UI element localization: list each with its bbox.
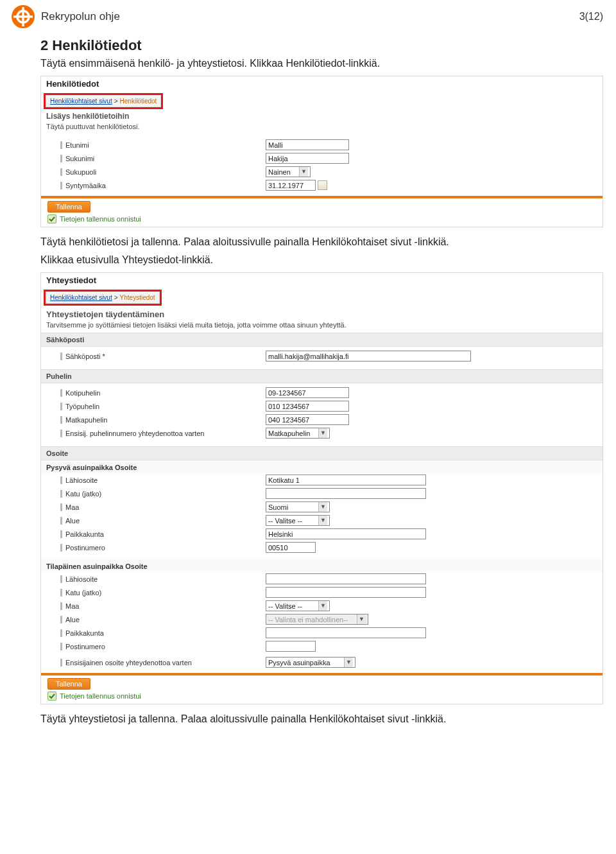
doc-title: Rekrypolun ohje xyxy=(41,10,579,23)
label-street: Lähiosoite xyxy=(65,476,98,484)
chevron-down-icon: ▼ xyxy=(299,167,308,177)
input-dob[interactable] xyxy=(266,180,316,191)
save-status: Tietojen tallennus onnistui xyxy=(60,692,141,700)
label-t-street: Lähiosoite xyxy=(65,575,98,583)
input-work-phone[interactable] xyxy=(266,401,349,412)
label-t-street2: Katu (jatko) xyxy=(65,589,101,597)
label-lastname: Sukunimi xyxy=(65,155,94,162)
chevron-down-icon: ▼ xyxy=(318,502,327,512)
chevron-down-icon: ▼ xyxy=(357,614,366,624)
ss2-title: Yhteystiedot xyxy=(41,273,603,287)
section-address: Osoite xyxy=(41,446,603,460)
input-home-phone[interactable] xyxy=(266,387,349,398)
label-t-region: Alue xyxy=(65,616,80,623)
label-primary-address: Ensisijainen osoite yhteydenottoa varten xyxy=(65,659,192,667)
input-email[interactable] xyxy=(266,351,471,362)
save-button[interactable]: Tallenna xyxy=(47,678,90,690)
select-region[interactable]: -- Valitse -- ▼ xyxy=(266,515,330,526)
label-country: Maa xyxy=(65,503,79,511)
select-gender[interactable]: Nainen ▼ xyxy=(266,166,311,177)
input-t-postal[interactable] xyxy=(266,641,316,652)
chevron-down-icon: ▼ xyxy=(318,516,327,525)
label-home-phone: Kotipuhelin xyxy=(65,389,100,397)
chevron-down-icon: ▼ xyxy=(318,601,327,611)
label-t-postal: Postinumero xyxy=(65,643,105,650)
breadcrumb: Henkilökohtaiset sivut>Yhteystiedot xyxy=(46,292,160,304)
label-mobile-phone: Matkapuhelin xyxy=(65,416,107,424)
svg-rect-3 xyxy=(13,15,33,17)
highlight-box: Henkilökohtaiset sivut>Henkilötiedot xyxy=(44,93,163,109)
label-t-city: Paikkakunta xyxy=(65,629,104,637)
save-button[interactable]: Tallenna xyxy=(47,201,90,213)
label-primary-phone: Ensisij. puhelinnumero yhteydenottoa var… xyxy=(65,430,204,437)
screenshot-yhteystiedot: Yhteystiedot Henkilökohtaiset sivut>Yhte… xyxy=(40,272,603,704)
ss1-title: Henkilötiedot xyxy=(41,76,603,91)
section-email: Sähköposti xyxy=(41,333,603,347)
chevron-down-icon: ▼ xyxy=(318,428,327,438)
label-region: Alue xyxy=(65,517,80,525)
breadcrumb-link[interactable]: Henkilökohtaiset sivut xyxy=(50,98,112,105)
breadcrumb-current: Yhteystiedot xyxy=(120,294,155,301)
highlight-box: Henkilökohtaiset sivut>Yhteystiedot xyxy=(44,290,162,306)
input-street2[interactable] xyxy=(266,488,426,499)
body-p2: Täytä henkilötietosi ja tallenna. Palaa … xyxy=(40,236,603,248)
label-postal: Postinumero xyxy=(65,544,105,552)
section-phone: Puhelin xyxy=(41,369,603,383)
breadcrumb: Henkilökohtaiset sivut>Henkilötiedot xyxy=(46,95,161,107)
input-t-street2[interactable] xyxy=(266,587,426,598)
chevron-down-icon: ▼ xyxy=(344,658,353,667)
select-country[interactable]: Suomi ▼ xyxy=(266,501,330,512)
body-p1: Täytä ensimmäisenä henkilö- ja yhteystie… xyxy=(40,58,603,69)
select-primary-phone[interactable]: Matkapuhelin ▼ xyxy=(266,428,330,439)
temp-address-title: Tilapäinen asuinpaikka Osoite xyxy=(41,559,603,572)
op-logo-icon xyxy=(12,5,35,28)
input-city[interactable] xyxy=(266,528,426,539)
success-icon xyxy=(47,692,56,701)
input-lastname[interactable] xyxy=(266,153,349,164)
ss1-subtitle: Lisäys henkilötietoihin xyxy=(41,109,603,121)
breadcrumb-current: Henkilötiedot xyxy=(120,98,157,105)
success-icon xyxy=(47,214,56,223)
ss2-note: Tarvitsemme jo syöttämiesi tietojen lisä… xyxy=(41,320,603,333)
label-t-country: Maa xyxy=(65,602,79,610)
label-gender: Sukupuoli xyxy=(65,168,96,176)
input-postal[interactable] xyxy=(266,542,316,553)
label-firstname: Etunimi xyxy=(65,141,89,149)
select-primary-address[interactable]: Pysyvä asuinpaikka ▼ xyxy=(266,657,355,668)
save-status: Tietojen tallennus onnistui xyxy=(60,215,141,223)
section-heading: 2 Henkilötiedot xyxy=(40,37,603,54)
label-work-phone: Työpuhelin xyxy=(65,403,99,410)
page-number: 3(12) xyxy=(579,11,603,22)
select-t-region: -- Valinta ei mahdollinen-- ▼ xyxy=(266,614,368,625)
input-t-street[interactable] xyxy=(266,573,426,584)
body-p3: Klikkaa etusivulla Yhteystiedot-linkkiä. xyxy=(40,254,603,266)
input-mobile-phone[interactable] xyxy=(266,414,349,425)
body-p4: Täytä yhteystietosi ja tallenna. Palaa a… xyxy=(40,713,603,725)
label-street2: Katu (jatko) xyxy=(65,490,101,498)
select-t-country[interactable]: -- Valitse -- ▼ xyxy=(266,600,330,611)
label-email: Sähköposti * xyxy=(65,353,105,360)
label-dob: Syntymäaika xyxy=(65,182,106,189)
screenshot-henkilotiedot: Henkilötiedot Henkilökohtaiset sivut>Hen… xyxy=(40,76,603,227)
ss2-subtitle: Yhteystietojen täydentäminen xyxy=(41,306,603,320)
input-firstname[interactable] xyxy=(266,139,349,150)
input-t-city[interactable] xyxy=(266,627,426,638)
label-city: Paikkakunta xyxy=(65,530,104,538)
perm-address-title: Pysyvä asuinpaikka Osoite xyxy=(41,460,603,473)
input-street[interactable] xyxy=(266,475,426,485)
breadcrumb-link[interactable]: Henkilökohtaiset sivut xyxy=(50,294,112,301)
calendar-icon[interactable] xyxy=(318,180,327,190)
ss1-note: Täytä puuttuvat henkilötietosi. xyxy=(41,121,603,134)
